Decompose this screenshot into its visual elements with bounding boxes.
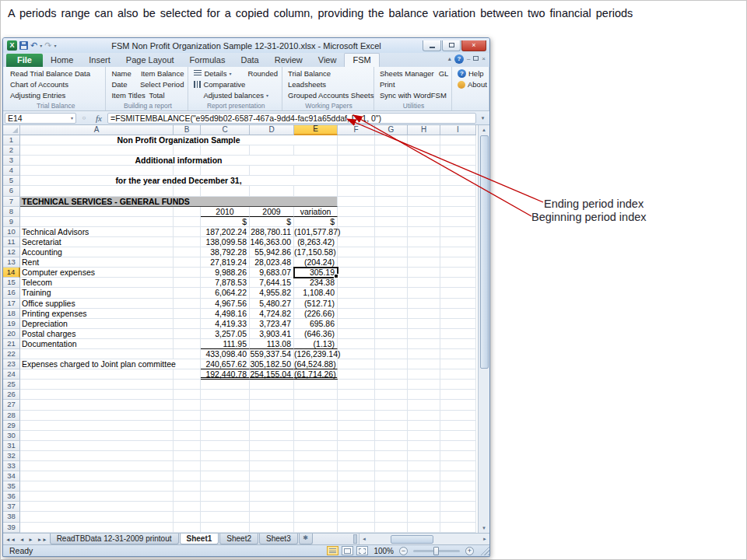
- cell-i[interactable]: [440, 512, 476, 522]
- cell-e[interactable]: [294, 390, 338, 400]
- ribbon-tab-formulas[interactable]: Formulas: [182, 54, 233, 67]
- cell-b[interactable]: [174, 400, 201, 410]
- row-header-9[interactable]: 9: [3, 217, 20, 227]
- zoom-out-button[interactable]: −: [399, 547, 408, 555]
- cell-d19[interactable]: 3,723.47: [250, 319, 294, 329]
- cell-a[interactable]: [20, 461, 174, 471]
- cell-d[interactable]: [250, 441, 294, 451]
- cell-f[interactable]: [338, 268, 375, 278]
- workbook-restore-icon[interactable]: [473, 55, 479, 63]
- cell-d24[interactable]: 254,155.04: [250, 369, 294, 380]
- row-header-11[interactable]: 11: [3, 237, 20, 247]
- cell-e[interactable]: [294, 492, 338, 502]
- cell-a14[interactable]: Computer expenses: [20, 268, 174, 278]
- cell-c[interactable]: [201, 492, 250, 502]
- cell-h[interactable]: [408, 380, 440, 390]
- cell-a[interactable]: [20, 421, 174, 431]
- cell-i[interactable]: [440, 451, 476, 461]
- horizontal-scrollbar-thumb[interactable]: [391, 535, 433, 544]
- cell-g[interactable]: [375, 145, 408, 156]
- cell-h[interactable]: [408, 461, 440, 471]
- cell-i[interactable]: [440, 135, 476, 145]
- cell-b[interactable]: [174, 145, 201, 156]
- cell-g[interactable]: [375, 207, 408, 217]
- sheet-tab-sheet3[interactable]: Sheet3: [259, 534, 298, 544]
- cell-a[interactable]: [20, 441, 174, 451]
- cell-e[interactable]: [294, 481, 338, 492]
- cell-c[interactable]: [201, 471, 250, 481]
- cell-h[interactable]: [408, 369, 440, 380]
- cell-c[interactable]: [201, 512, 250, 522]
- cell-b[interactable]: [174, 247, 201, 257]
- workbook-minimize-icon[interactable]: –: [467, 55, 470, 63]
- cell-b[interactable]: [174, 257, 201, 268]
- ribbon-button-adjusting-entries[interactable]: Adjusting Entries: [9, 91, 67, 100]
- ribbon-tab-file[interactable]: File: [6, 54, 43, 67]
- cell-i[interactable]: [440, 431, 476, 441]
- cell-e15[interactable]: 234.38: [294, 278, 338, 288]
- name-box[interactable]: E14 ▾: [5, 113, 76, 124]
- cell-g[interactable]: [375, 523, 408, 533]
- cell-h[interactable]: [408, 471, 440, 481]
- cell-e11[interactable]: (8,263.42): [294, 237, 338, 247]
- cell-g[interactable]: [375, 329, 408, 339]
- cell-h[interactable]: [408, 217, 440, 227]
- cell-g[interactable]: [375, 451, 408, 461]
- cell-g[interactable]: [375, 380, 408, 390]
- cell-i[interactable]: [440, 319, 476, 329]
- cell-a16[interactable]: Training: [20, 288, 174, 298]
- cell-f[interactable]: [338, 451, 375, 461]
- cell-f[interactable]: [338, 197, 375, 207]
- cell-c[interactable]: [201, 441, 250, 451]
- cell-f[interactable]: [338, 217, 375, 227]
- cell-b[interactable]: [174, 268, 201, 278]
- cell-i[interactable]: [440, 278, 476, 288]
- cell-d[interactable]: [250, 492, 294, 502]
- cell-b[interactable]: [174, 207, 201, 217]
- cell-c22[interactable]: 433,098.40: [201, 349, 250, 359]
- cell-i[interactable]: [440, 400, 476, 410]
- cell-g[interactable]: [375, 319, 408, 329]
- cell-c23[interactable]: 240,657.62: [201, 359, 250, 369]
- cell-e20[interactable]: (646.36): [294, 329, 338, 339]
- cell-c13[interactable]: 27,819.24: [201, 257, 250, 268]
- cell-d[interactable]: [250, 390, 294, 400]
- insert-function-button[interactable]: fx: [92, 114, 106, 123]
- cell-f[interactable]: [338, 319, 375, 329]
- row-header-39[interactable]: 39: [3, 523, 20, 533]
- cell-f[interactable]: [338, 207, 375, 217]
- cell-d20[interactable]: 3,903.41: [250, 329, 294, 339]
- cell-i[interactable]: [440, 197, 476, 207]
- cell-c[interactable]: [201, 166, 250, 176]
- cell-h[interactable]: [408, 197, 440, 207]
- column-header-b[interactable]: B: [174, 125, 201, 135]
- cell-e21[interactable]: (1.13): [294, 339, 338, 349]
- cell-h[interactable]: [408, 237, 440, 247]
- cell-d11[interactable]: 146,363.00: [250, 237, 294, 247]
- ribbon-tab-data[interactable]: Data: [233, 54, 266, 67]
- cell-g[interactable]: [375, 461, 408, 471]
- select-all-corner[interactable]: [3, 125, 20, 135]
- first-sheet-icon[interactable]: ◄◄: [5, 537, 16, 542]
- cell-a[interactable]: [20, 380, 174, 390]
- cell-e19[interactable]: 695.86: [294, 319, 338, 329]
- ribbon-tab-page-layout[interactable]: Page Layout: [118, 54, 182, 67]
- cell-f[interactable]: [338, 288, 375, 298]
- cell-h[interactable]: [408, 481, 440, 492]
- cell-b[interactable]: [174, 441, 201, 451]
- cell-c11[interactable]: 138,099.58: [201, 237, 250, 247]
- redo-icon[interactable]: ↷: [44, 41, 51, 50]
- cell-a19[interactable]: Depreciation: [20, 319, 174, 329]
- cell-a[interactable]: [20, 207, 174, 217]
- cell-c[interactable]: [201, 400, 250, 410]
- cell-b[interactable]: [174, 227, 201, 237]
- cell-a17[interactable]: Office supplies: [20, 299, 174, 309]
- cell-f[interactable]: [338, 471, 375, 481]
- cell-b[interactable]: [174, 217, 201, 227]
- cell-h[interactable]: [408, 227, 440, 237]
- row-header-17[interactable]: 17: [3, 299, 20, 309]
- cell-i[interactable]: [440, 166, 476, 176]
- cell-i[interactable]: [440, 156, 476, 166]
- cell-g[interactable]: [375, 349, 408, 359]
- cell-f[interactable]: [338, 421, 375, 431]
